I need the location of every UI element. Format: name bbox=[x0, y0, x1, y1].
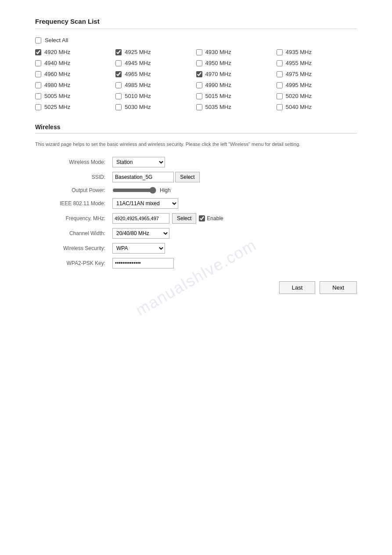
channel-width-label: Channel Width: bbox=[35, 226, 110, 241]
freq-label-10[interactable]: 4970 MHz bbox=[205, 71, 231, 77]
frequency-mhz-input[interactable] bbox=[112, 213, 169, 224]
wireless-section: Wireless This wizard page helps to set t… bbox=[35, 123, 357, 294]
frequency-mhz-label: Frequency, MHz: bbox=[35, 211, 110, 226]
ieee-mode-label: IEEE 802.11 Mode: bbox=[35, 196, 110, 211]
freq-label-2[interactable]: 4930 MHz bbox=[205, 49, 231, 55]
freq-label-23[interactable]: 5040 MHz bbox=[286, 104, 312, 110]
freq-label-5[interactable]: 4945 MHz bbox=[125, 60, 151, 66]
freq-label-12[interactable]: 4980 MHz bbox=[44, 82, 70, 88]
freq-checkbox-14[interactable] bbox=[196, 82, 202, 88]
output-power-slider[interactable] bbox=[112, 187, 156, 194]
freq-label-14[interactable]: 4990 MHz bbox=[205, 82, 231, 88]
ieee-mode-value-cell: 11AC/11AN mixed11AC only11AN only bbox=[110, 196, 357, 211]
freq-checkbox-23[interactable] bbox=[277, 104, 283, 110]
freq-checkbox-8[interactable] bbox=[35, 71, 41, 77]
freq-checkbox-13[interactable] bbox=[115, 82, 122, 88]
freq-label-8[interactable]: 4960 MHz bbox=[44, 71, 70, 77]
freq-checkbox-16[interactable] bbox=[35, 93, 41, 99]
freq-checkbox-6[interactable] bbox=[196, 60, 202, 66]
freq-item: 5010 MHz bbox=[115, 93, 196, 99]
freq-label-11[interactable]: 4975 MHz bbox=[286, 71, 312, 77]
ssid-input[interactable] bbox=[112, 172, 174, 182]
select-all-row: Select All bbox=[35, 37, 357, 44]
wireless-security-row: Wireless Security: WPAWPA2NoneWEP bbox=[35, 241, 357, 256]
frequency-section-title: Frequency Scan List bbox=[35, 18, 357, 25]
freq-label-7[interactable]: 4955 MHz bbox=[286, 60, 312, 66]
frequency-mhz-value-cell: Select Enable bbox=[110, 211, 357, 226]
wireless-security-value-cell: WPAWPA2NoneWEP bbox=[110, 241, 357, 256]
freq-label-9[interactable]: 4965 MHz bbox=[125, 71, 151, 77]
freq-checkbox-5[interactable] bbox=[115, 60, 122, 66]
freq-checkbox-10[interactable] bbox=[196, 71, 202, 77]
wireless-mode-row: Wireless Mode: StationAPBridge bbox=[35, 155, 357, 170]
channel-width-value-cell: 20/40/80 MHz20 MHz40 MHz80 MHz bbox=[110, 226, 357, 241]
freq-label-0[interactable]: 4920 MHz bbox=[44, 49, 70, 55]
freq-checkbox-20[interactable] bbox=[35, 104, 41, 110]
frequency-enable-checkbox[interactable] bbox=[199, 215, 205, 221]
freq-checkbox-9[interactable] bbox=[115, 71, 122, 77]
freq-label-1[interactable]: 4925 MHz bbox=[125, 49, 151, 55]
freq-checkbox-12[interactable] bbox=[35, 82, 41, 88]
wpa2-psk-row: WPA2-PSK Key: bbox=[35, 256, 357, 271]
freq-label-21[interactable]: 5030 MHz bbox=[125, 104, 151, 110]
wpa2-psk-label: WPA2-PSK Key: bbox=[35, 256, 110, 271]
ssid-value-cell: Select bbox=[110, 170, 357, 185]
freq-label-20[interactable]: 5025 MHz bbox=[44, 104, 70, 110]
ssid-select-button[interactable]: Select bbox=[175, 172, 199, 182]
freq-item: 5025 MHz bbox=[35, 104, 115, 110]
output-power-value-cell: High bbox=[110, 185, 357, 196]
freq-checkbox-0[interactable] bbox=[35, 49, 41, 55]
select-all-label[interactable]: Select All bbox=[45, 37, 68, 44]
freq-item: 4990 MHz bbox=[196, 82, 277, 88]
wpa2-psk-input[interactable] bbox=[112, 258, 174, 268]
wireless-mode-select[interactable]: StationAPBridge bbox=[112, 157, 165, 167]
freq-checkbox-4[interactable] bbox=[35, 60, 41, 66]
freq-item: 4955 MHz bbox=[277, 60, 357, 66]
power-row: High bbox=[112, 187, 354, 194]
freq-label-19[interactable]: 5020 MHz bbox=[286, 93, 312, 99]
freq-label-15[interactable]: 4995 MHz bbox=[286, 82, 312, 88]
ieee-mode-select[interactable]: 11AC/11AN mixed11AC only11AN only bbox=[112, 198, 178, 209]
freq-checkbox-22[interactable] bbox=[196, 104, 202, 110]
freq-label-22[interactable]: 5035 MHz bbox=[205, 104, 231, 110]
freq-item: 4975 MHz bbox=[277, 71, 357, 77]
freq-item: 4920 MHz bbox=[35, 49, 115, 55]
enable-row: Enable bbox=[199, 215, 223, 221]
wireless-mode-label: Wireless Mode: bbox=[35, 155, 110, 170]
freq-item: 4930 MHz bbox=[196, 49, 277, 55]
freq-item: 5035 MHz bbox=[196, 104, 277, 110]
freq-item: 4940 MHz bbox=[35, 60, 115, 66]
freq-item: 4970 MHz bbox=[196, 71, 277, 77]
freq-item: 5030 MHz bbox=[115, 104, 196, 110]
last-button[interactable]: Last bbox=[279, 281, 316, 294]
freq-label-18[interactable]: 5015 MHz bbox=[205, 93, 231, 99]
freq-label-3[interactable]: 4935 MHz bbox=[286, 49, 312, 55]
frequency-select-button[interactable]: Select bbox=[172, 213, 196, 224]
wireless-security-select[interactable]: WPAWPA2NoneWEP bbox=[112, 243, 165, 254]
select-all-checkbox[interactable] bbox=[35, 37, 41, 44]
freq-label-4[interactable]: 4940 MHz bbox=[44, 60, 70, 66]
freq-label-6[interactable]: 4950 MHz bbox=[205, 60, 231, 66]
freq-checkbox-7[interactable] bbox=[277, 60, 283, 66]
freq-item: 5040 MHz bbox=[277, 104, 357, 110]
freq-checkbox-19[interactable] bbox=[277, 93, 283, 99]
freq-mhz-row: Select Enable bbox=[112, 213, 354, 224]
freq-item: 4935 MHz bbox=[277, 49, 357, 55]
freq-item: 4980 MHz bbox=[35, 82, 115, 88]
next-button[interactable]: Next bbox=[320, 281, 357, 294]
freq-checkbox-17[interactable] bbox=[115, 93, 122, 99]
frequency-divider bbox=[35, 29, 357, 29]
freq-checkbox-15[interactable] bbox=[277, 82, 283, 88]
freq-checkbox-3[interactable] bbox=[277, 49, 283, 55]
freq-checkbox-2[interactable] bbox=[196, 49, 202, 55]
freq-checkbox-21[interactable] bbox=[115, 104, 122, 110]
freq-checkbox-1[interactable] bbox=[115, 49, 122, 55]
output-power-row: Output Power: High bbox=[35, 185, 357, 196]
freq-label-13[interactable]: 4985 MHz bbox=[125, 82, 151, 88]
freq-checkbox-11[interactable] bbox=[277, 71, 283, 77]
channel-width-select[interactable]: 20/40/80 MHz20 MHz40 MHz80 MHz bbox=[112, 228, 169, 239]
frequency-enable-label[interactable]: Enable bbox=[207, 215, 223, 221]
freq-label-16[interactable]: 5005 MHz bbox=[44, 93, 70, 99]
freq-checkbox-18[interactable] bbox=[196, 93, 202, 99]
freq-label-17[interactable]: 5010 MHz bbox=[125, 93, 151, 99]
